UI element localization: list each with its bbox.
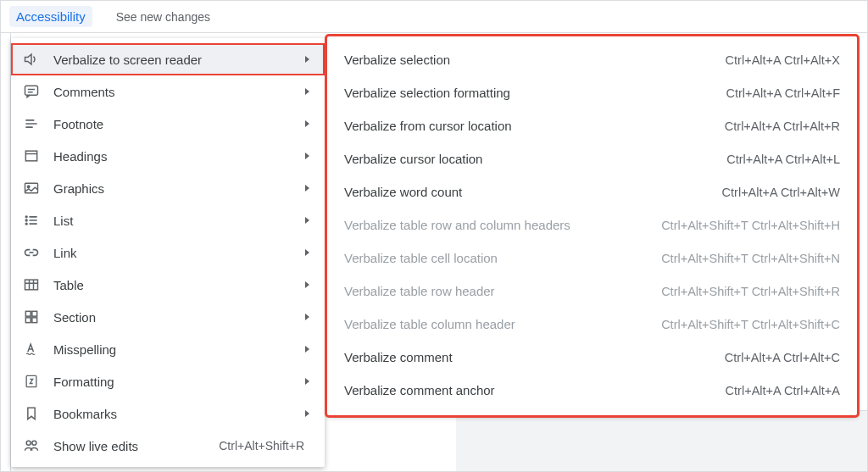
ruler-strip (1, 33, 11, 471)
submenu-item-verbalize-table-row-header: Verbalize table row headerCtrl+Alt+Shift… (327, 275, 857, 308)
svg-rect-1 (25, 151, 36, 161)
submenu-item-shortcut: Ctrl+Alt+A Ctrl+Alt+L (726, 153, 840, 166)
toolbar: Accessibility See new changes (1, 1, 867, 33)
menu-item-formatting[interactable]: Formatting (11, 365, 325, 397)
submenu-item-label: Verbalize table cell location (344, 251, 498, 265)
see-new-changes-label: See new changes (116, 10, 210, 24)
svg-rect-8 (25, 311, 31, 316)
menu-item-label: Show live edits (53, 439, 219, 453)
submenu-item-label: Verbalize selection formatting (344, 86, 510, 100)
menu-item-label: Comments (53, 85, 305, 99)
svg-rect-11 (32, 318, 37, 323)
submenu-item-label: Verbalize comment (344, 350, 453, 364)
submenu-item-shortcut: Ctrl+Alt+A Ctrl+Alt+A (726, 384, 840, 397)
submenu-item-label: Verbalize selection (344, 53, 450, 67)
submenu-item-label: Verbalize table row header (344, 284, 495, 298)
menu-item-label: Bookmarks (53, 407, 305, 421)
see-new-changes-button[interactable]: See new changes (109, 7, 217, 27)
submenu-arrow-icon (305, 120, 309, 127)
bookmarks-icon (23, 405, 40, 422)
svg-point-6 (25, 223, 27, 225)
submenu-item-label: Verbalize table column header (344, 317, 515, 331)
submenu-arrow-icon (305, 314, 309, 320)
live-edits-icon (23, 437, 40, 454)
submenu-item-shortcut: Ctrl+Alt+A Ctrl+Alt+W (722, 186, 840, 199)
svg-point-5 (25, 219, 27, 221)
table-icon (23, 276, 40, 293)
submenu-arrow-icon (305, 249, 309, 256)
svg-point-14 (32, 441, 36, 445)
submenu-item-shortcut: Ctrl+Alt+A Ctrl+Alt+X (726, 53, 840, 67)
submenu-item-verbalize-word-count[interactable]: Verbalize word countCtrl+Alt+A Ctrl+Alt+… (327, 175, 857, 208)
doc-right-bg (456, 410, 867, 471)
submenu-item-verbalize-comment[interactable]: Verbalize commentCtrl+Alt+A Ctrl+Alt+C (327, 341, 857, 374)
submenu-item-verbalize-cursor-location[interactable]: Verbalize cursor locationCtrl+Alt+A Ctrl… (327, 142, 857, 175)
svg-point-4 (25, 216, 27, 218)
submenu-item-label: Verbalize cursor location (344, 152, 482, 166)
submenu-item-verbalize-table-row-and-column-headers: Verbalize table row and column headersCt… (327, 208, 857, 242)
menu-item-table[interactable]: Table (11, 269, 325, 301)
menu-item-misspelling[interactable]: Misspelling (11, 333, 325, 365)
submenu-item-verbalize-selection[interactable]: Verbalize selectionCtrl+Alt+A Ctrl+Alt+X (327, 43, 857, 76)
submenu-arrow-icon (305, 410, 309, 417)
section-icon (23, 308, 40, 325)
svg-rect-9 (32, 311, 37, 316)
headings-icon (23, 147, 40, 164)
submenu-item-shortcut: Ctrl+Alt+Shift+T Ctrl+Alt+Shift+N (661, 252, 840, 265)
submenu-item-shortcut: Ctrl+Alt+Shift+T Ctrl+Alt+Shift+C (661, 318, 840, 331)
submenu-arrow-icon (305, 56, 309, 63)
submenu-item-shortcut: Ctrl+Alt+Shift+T Ctrl+Alt+Shift+H (661, 219, 840, 232)
submenu-item-verbalize-table-cell-location: Verbalize table cell locationCtrl+Alt+Sh… (327, 242, 857, 275)
menu-item-section[interactable]: Section (11, 301, 325, 333)
menu-item-show-live-edits[interactable]: Show live editsCtrl+Alt+Shift+R (11, 430, 325, 462)
link-icon (23, 244, 40, 261)
menu-item-shortcut: Ctrl+Alt+Shift+R (219, 439, 304, 453)
submenu-item-verbalize-table-column-header: Verbalize table column headerCtrl+Alt+Sh… (327, 308, 857, 341)
menu-item-link[interactable]: Link (11, 236, 325, 269)
accessibility-tab-label: Accessibility (16, 9, 86, 24)
menu-item-label: List (53, 214, 305, 228)
graphics-icon (23, 180, 40, 197)
submenu-arrow-icon (305, 185, 309, 192)
menu-item-bookmarks[interactable]: Bookmarks (11, 397, 325, 430)
submenu-arrow-icon (305, 153, 309, 159)
submenu-arrow-icon (305, 378, 309, 385)
submenu-item-shortcut: Ctrl+Alt+A Ctrl+Alt+F (726, 86, 840, 100)
submenu-item-label: Verbalize from cursor location (344, 119, 512, 133)
menu-item-label: Footnote (53, 117, 305, 131)
formatting-icon (23, 373, 40, 390)
submenu-item-label: Verbalize table row and column headers (344, 218, 570, 232)
menu-item-label: Graphics (53, 181, 305, 196)
menu-item-label: Formatting (53, 375, 305, 389)
menu-item-label: Misspelling (53, 342, 305, 357)
menu-item-label: Link (53, 246, 305, 260)
menu-item-verbalize-to-screen-reader[interactable]: Verbalize to screen reader (11, 43, 325, 75)
menu-item-label: Section (53, 310, 305, 325)
menu-item-graphics[interactable]: Graphics (11, 172, 325, 204)
verbalize-submenu: Verbalize selectionCtrl+Alt+A Ctrl+Alt+X… (327, 36, 857, 415)
submenu-item-verbalize-comment-anchor[interactable]: Verbalize comment anchorCtrl+Alt+A Ctrl+… (327, 374, 857, 407)
svg-point-3 (27, 186, 30, 188)
menu-item-footnote[interactable]: Footnote (11, 108, 325, 140)
submenu-item-shortcut: Ctrl+Alt+Shift+T Ctrl+Alt+Shift+R (661, 285, 840, 298)
submenu-item-verbalize-selection-formatting[interactable]: Verbalize selection formattingCtrl+Alt+A… (327, 76, 857, 109)
menu-item-comments[interactable]: Comments (11, 75, 325, 108)
menu-item-label: Headings (53, 149, 305, 164)
svg-rect-10 (25, 318, 31, 323)
comment-icon (23, 83, 40, 100)
menu-item-list[interactable]: List (11, 204, 325, 236)
submenu-item-label: Verbalize word count (344, 185, 462, 199)
svg-rect-7 (25, 280, 38, 290)
menu-item-headings[interactable]: Headings (11, 140, 325, 172)
misspelling-icon (23, 341, 40, 358)
submenu-item-verbalize-from-cursor-location[interactable]: Verbalize from cursor locationCtrl+Alt+A… (327, 109, 857, 142)
submenu-arrow-icon (305, 217, 309, 224)
submenu-item-shortcut: Ctrl+Alt+A Ctrl+Alt+R (725, 119, 840, 133)
svg-point-13 (26, 441, 31, 445)
menu-item-label: Table (53, 278, 305, 292)
svg-rect-0 (25, 86, 38, 95)
submenu-arrow-icon (305, 346, 309, 353)
submenu-item-shortcut: Ctrl+Alt+A Ctrl+Alt+C (725, 351, 840, 364)
accessibility-tab[interactable]: Accessibility (9, 6, 92, 27)
submenu-arrow-icon (305, 281, 309, 288)
